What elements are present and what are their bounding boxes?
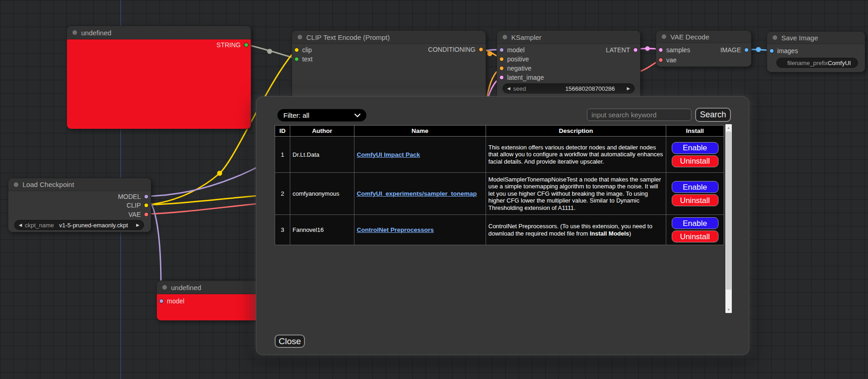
row-author: Fannovel16 [290, 215, 354, 245]
input-images[interactable]: images [769, 47, 798, 55]
node-title-bar[interactable]: Load Checkpoint [8, 178, 151, 191]
search-input[interactable] [587, 109, 691, 121]
seed-widget[interactable]: ◀ seed 156680208700286 ▶ [503, 83, 635, 93]
uninstall-button[interactable]: Uninstall [672, 155, 719, 167]
extension-name-link[interactable]: ComfyUI Impact Pack [357, 151, 420, 158]
node-title-bar[interactable]: VAE Decode [656, 31, 751, 43]
collapse-dot-icon[interactable] [503, 35, 507, 39]
vae-slot-icon[interactable] [144, 212, 149, 217]
collapse-dot-icon[interactable] [662, 34, 666, 39]
ckpt-name-widget[interactable]: ◀ ckpt_name v1-5-pruned-emaonly.ckpt ▶ [14, 220, 144, 230]
image-slot-icon[interactable] [769, 49, 774, 53]
comfyui-canvas[interactable]: undefined STRING CLIP Text Encode (Promp… [0, 0, 868, 379]
output-string[interactable]: STRING [216, 41, 249, 49]
input-latent-image[interactable]: latent_image [499, 73, 544, 82]
widget-value: v1-5-pruned-emaonly.ckpt [59, 222, 128, 229]
scroll-down-icon[interactable]: ▼ [725, 306, 732, 313]
header-id: ID [275, 126, 290, 137]
enable-button[interactable]: Enable [672, 217, 719, 229]
node-undefined-top[interactable]: undefined STRING [66, 26, 251, 129]
model-slot-icon[interactable] [499, 48, 504, 52]
close-button[interactable]: Close [275, 335, 305, 348]
wire-dot-string [267, 49, 272, 54]
latent-slot-icon[interactable] [499, 75, 504, 80]
custom-nodes-manager-dialog: Filter: all Search ID Author Name Descri… [256, 96, 749, 355]
increment-arrow-icon[interactable]: ▶ [136, 223, 139, 227]
scroll-up-icon[interactable]: ▲ [725, 124, 732, 131]
collapse-dot-icon[interactable] [773, 35, 777, 40]
collapse-dot-icon[interactable] [162, 285, 167, 290]
decrement-arrow-icon[interactable]: ◀ [507, 87, 510, 91]
decrement-arrow-icon[interactable]: ◀ [19, 223, 22, 227]
latent-slot-icon[interactable] [658, 48, 663, 52]
output-latent[interactable]: LATENT [606, 46, 638, 54]
node-title: undefined [81, 29, 111, 37]
header-install: Install [666, 126, 724, 137]
input-positive[interactable]: positive [499, 55, 529, 63]
input-samples[interactable]: samples [658, 46, 690, 54]
node-title-bar[interactable]: undefined [157, 281, 260, 294]
filename-prefix-widget[interactable]: filename_prefix ComfyUI [776, 58, 858, 68]
uninstall-button[interactable]: Uninstall [672, 194, 719, 206]
enable-button[interactable]: Enable [672, 181, 719, 193]
clip-slot-icon[interactable] [294, 48, 299, 52]
output-image[interactable]: IMAGE [720, 46, 749, 54]
node-undefined-bottom[interactable]: undefined model [156, 280, 261, 321]
table-row: 1 Dr.Lt.Data ComfyUI Impact Pack This ex… [275, 137, 724, 173]
input-model[interactable]: model [159, 297, 184, 305]
slot-label: IMAGE [720, 46, 741, 54]
input-model[interactable]: model [499, 46, 525, 54]
conditioning-slot-icon[interactable] [499, 57, 504, 61]
node-load-checkpoint[interactable]: Load Checkpoint MODEL CLIP VAE ◀ ckpt_na… [8, 178, 151, 232]
table-scrollbar[interactable]: ▲ ▼ [725, 124, 732, 313]
table-row: 2 comfyanonymous ComfyUI_experiments/sam… [275, 173, 724, 215]
increment-arrow-icon[interactable]: ▶ [627, 87, 630, 91]
input-text[interactable]: text [294, 55, 313, 63]
extension-name-link[interactable]: ControlNet Preprocessors [357, 226, 434, 233]
node-title-bar[interactable]: undefined [67, 26, 251, 39]
input-clip[interactable]: clip [294, 46, 312, 54]
table-row: 3 Fannovel16 ControlNet Preprocessors Co… [275, 215, 724, 245]
input-negative[interactable]: negative [499, 64, 531, 72]
extension-table-scroll-area[interactable]: ID Author Name Description Install 1 Dr.… [275, 125, 732, 313]
filter-label: Filter: all [283, 111, 310, 119]
input-vae[interactable]: vae [658, 56, 677, 64]
search-button[interactable]: Search [695, 108, 731, 122]
string-slot-icon[interactable] [294, 57, 299, 61]
collapse-dot-icon[interactable] [14, 182, 18, 187]
node-title-bar[interactable]: CLIP Text Encode (Prompt) [292, 31, 486, 44]
conditioning-slot-icon[interactable] [479, 47, 483, 52]
filter-select[interactable]: Filter: all [277, 109, 366, 121]
output-vae[interactable]: VAE [128, 210, 149, 219]
conditioning-slot-icon[interactable] [499, 66, 504, 71]
output-clip[interactable]: CLIP [127, 201, 149, 209]
node-title-bar[interactable]: KSampler [497, 31, 640, 44]
collapse-dot-icon[interactable] [72, 30, 77, 35]
output-conditioning[interactable]: CONDITIONING [428, 45, 483, 54]
row-description: This extension offers various detector n… [486, 137, 666, 173]
wire-dot-clip [217, 171, 222, 176]
widget-value: 156680208700286 [565, 85, 615, 92]
scrollbar-thumb[interactable] [726, 132, 731, 290]
node-vae-decode[interactable]: VAE Decode samples vae IMAGE [656, 30, 752, 67]
wire-dot-conditioning [487, 51, 492, 56]
clip-slot-icon[interactable] [144, 203, 149, 208]
table-header-row: ID Author Name Description Install [275, 126, 724, 137]
slot-label: LATENT [606, 46, 630, 54]
latent-slot-icon[interactable] [633, 48, 638, 52]
chevron-down-icon [354, 114, 360, 117]
model-slot-icon[interactable] [159, 299, 164, 303]
output-model[interactable]: MODEL [118, 192, 149, 201]
extension-name-link[interactable]: ComfyUI_experiments/sampler_tonemap [357, 190, 477, 197]
collapse-dot-icon[interactable] [298, 35, 302, 39]
slot-label: VAE [128, 211, 141, 218]
node-save-image[interactable]: Save Image images filename_prefix ComfyU… [767, 31, 865, 72]
image-slot-icon[interactable] [744, 48, 749, 52]
uninstall-button[interactable]: Uninstall [672, 231, 719, 242]
enable-button[interactable]: Enable [672, 142, 719, 154]
vae-slot-icon[interactable] [658, 58, 663, 62]
string-slot-icon[interactable] [244, 43, 249, 47]
node-title-bar[interactable]: Save Image [767, 32, 865, 44]
model-slot-icon[interactable] [144, 194, 149, 199]
node-title: Save Image [781, 34, 818, 42]
